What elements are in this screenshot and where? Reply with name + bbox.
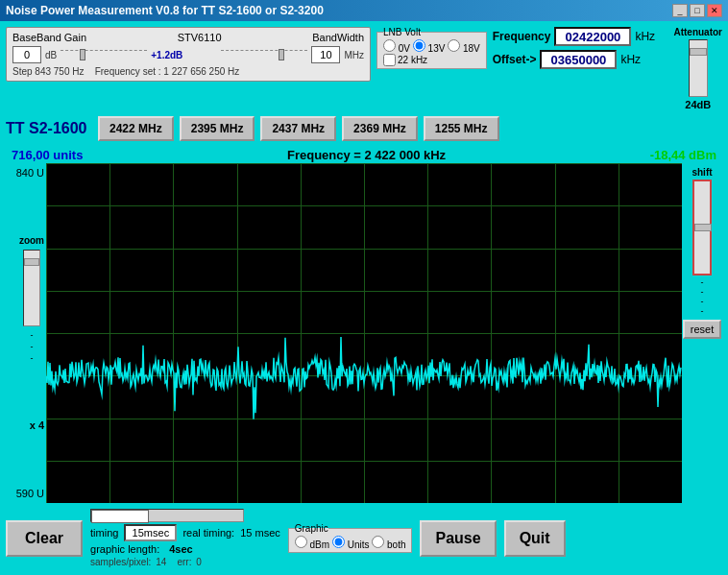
err-label: err: xyxy=(177,557,191,567)
units-display: 716,00 units xyxy=(12,148,83,162)
shift-mark3: - xyxy=(700,297,703,306)
offset-label: Offset-> xyxy=(493,53,537,66)
freq-display: Frequency = 2 422 000 kHz xyxy=(102,148,630,162)
radio-units-option[interactable]: Units xyxy=(332,539,372,550)
baseband-gain-label: BaseBand Gain xyxy=(12,32,86,43)
bandwidth-unit: MHz xyxy=(344,50,364,60)
dbm-display: -18,44 dBm xyxy=(650,148,716,162)
attenuator-slider[interactable] xyxy=(689,39,708,97)
window-title: Noise Power Measurement V0.8 for TT S2-1… xyxy=(6,4,324,17)
minimize-button[interactable]: _ xyxy=(672,4,688,17)
timing-input[interactable] xyxy=(124,524,177,541)
y-axis-top: 840 U xyxy=(16,167,44,179)
radio-both-option[interactable]: both xyxy=(372,539,405,550)
clear-button[interactable]: Clear xyxy=(6,520,83,557)
lnb-volt-legend: LNB Volt xyxy=(383,27,421,37)
baseband-panel: BaseBand Gain STV6110 BandWidth dB +1.2d… xyxy=(6,27,371,82)
shift-mark1: - xyxy=(700,277,703,287)
attenuator-value: 24dB xyxy=(685,99,711,110)
freq-btn-0[interactable]: 2422 MHz xyxy=(98,116,174,141)
radio-dbm-option[interactable]: dBm xyxy=(295,539,332,550)
zoom-label: zoom xyxy=(19,235,44,246)
lnb-13v-radio[interactable] xyxy=(413,39,425,52)
gain-slider[interactable] xyxy=(61,50,147,60)
gain-unit: dB xyxy=(45,50,57,60)
radio-units-label: Units xyxy=(348,539,370,550)
freq-btn-2[interactable]: 2437 MHz xyxy=(260,116,336,141)
y-axis-bottom: 590 U xyxy=(16,488,44,499)
freq-btn-4[interactable]: 1255 MHz xyxy=(424,116,499,141)
lnb-22khz-checkbox[interactable] xyxy=(383,54,396,66)
bandwidth-slider[interactable] xyxy=(221,50,307,60)
zoom-slider[interactable] xyxy=(23,250,40,326)
y-axis-area: 840 U zoom - - - x 4 590 U xyxy=(6,163,46,503)
zoom-dash1: - xyxy=(30,330,33,340)
samples-label: samples/pixel: xyxy=(90,557,151,567)
freq-set: Frequency set : 1 227 656 250 Hz xyxy=(95,66,240,77)
err-value: 0 xyxy=(196,557,202,567)
graphic-length-label: graphic length: xyxy=(90,543,159,555)
graphic-panel: Graphic dBm Units both xyxy=(288,523,413,553)
bandwidth-input[interactable] xyxy=(311,46,340,63)
graphic-legend: Graphic xyxy=(295,523,328,534)
samples-value: 14 xyxy=(156,557,166,567)
freq-panel: Frequency kHz Offset-> kHz xyxy=(493,27,668,69)
gain-input[interactable] xyxy=(12,46,41,63)
chart-body: 840 U zoom - - - x 4 590 U shift xyxy=(6,163,722,503)
step-freq: Step 843 750 Hz xyxy=(12,66,85,77)
stv-label: STV6110 xyxy=(178,32,222,43)
radio-dbm-label: dBm xyxy=(310,539,330,550)
lnb-0v-radio[interactable] xyxy=(383,39,396,52)
zoom-dash3: - xyxy=(30,353,33,363)
gain-offset: +1.2dB xyxy=(151,50,182,60)
freq-label: Frequency xyxy=(493,30,551,43)
offset-row: Offset-> kHz xyxy=(493,50,668,69)
graphic-length-value: 4sec xyxy=(169,543,192,555)
offset-unit: kHz xyxy=(620,53,641,66)
bottom-controls: Clear timing real timing: 15 msec graphi… xyxy=(6,507,722,569)
lnb-13v-option[interactable]: 13V xyxy=(413,43,448,54)
shift-slider[interactable] xyxy=(692,180,712,276)
close-button[interactable]: ✕ xyxy=(707,4,722,17)
timing-row: timing real timing: 15 msec xyxy=(90,524,280,541)
top-controls: BaseBand Gain STV6110 BandWidth dB +1.2d… xyxy=(6,27,722,110)
chart-canvas[interactable] xyxy=(46,163,682,503)
freq-btn-3[interactable]: 2369 MHz xyxy=(342,116,418,141)
x-zoom-label: x 4 xyxy=(30,419,44,431)
chart-header: 716,00 units Frequency = 2 422 000 kHz -… xyxy=(6,147,722,163)
lnb-0v-option[interactable]: 0V xyxy=(383,43,413,54)
attenuator-panel: Attenuator 24dB xyxy=(673,27,722,110)
real-timing-label: real timing: xyxy=(182,527,234,539)
shift-panel: shift - - - - xyxy=(692,167,712,316)
lnb-18v-option[interactable]: 18V xyxy=(448,43,480,54)
window-controls: _ □ ✕ xyxy=(672,4,722,17)
maximize-button[interactable]: □ xyxy=(690,4,705,17)
quit-button[interactable]: Quit xyxy=(504,520,566,557)
length-row: graphic length: 4sec xyxy=(90,543,280,555)
offset-input[interactable] xyxy=(540,50,617,69)
radio-both-label: both xyxy=(387,539,405,550)
zoom-dash2: - xyxy=(30,342,33,351)
bandwidth-label: BandWidth xyxy=(312,32,364,43)
samples-row: samples/pixel: 14 err: 0 xyxy=(90,557,280,567)
freq-buttons-row: TT S2-1600 2422 MHz 2395 MHz 2437 MHz 23… xyxy=(6,114,722,143)
radio-dbm[interactable] xyxy=(295,536,307,548)
title-bar: Noise Power Measurement V0.8 for TT S2-1… xyxy=(0,0,728,21)
lnb-panel: LNB Volt 0V 13V 18V 22 kHz xyxy=(376,27,487,69)
shift-mark4: - xyxy=(700,306,703,316)
right-controls: shift - - - - reset xyxy=(682,163,722,503)
main-window: BaseBand Gain STV6110 BandWidth dB +1.2d… xyxy=(0,21,728,575)
freq-input[interactable] xyxy=(554,27,631,46)
timing-group: timing real timing: 15 msec graphic leng… xyxy=(90,509,280,567)
freq-unit: kHz xyxy=(635,30,655,43)
freq-btn-1[interactable]: 2395 MHz xyxy=(180,116,255,141)
lnb-18v-radio[interactable] xyxy=(448,39,460,52)
reset-button[interactable]: reset xyxy=(683,320,721,339)
radio-units[interactable] xyxy=(332,536,345,548)
pause-button[interactable]: Pause xyxy=(420,520,496,557)
device-label: TT S2-1600 xyxy=(6,120,92,137)
radio-both[interactable] xyxy=(372,536,384,548)
lnb-22khz-option[interactable]: 22 kHz xyxy=(383,54,480,66)
timing-label: timing xyxy=(90,527,118,539)
timing-slider[interactable] xyxy=(90,509,244,522)
